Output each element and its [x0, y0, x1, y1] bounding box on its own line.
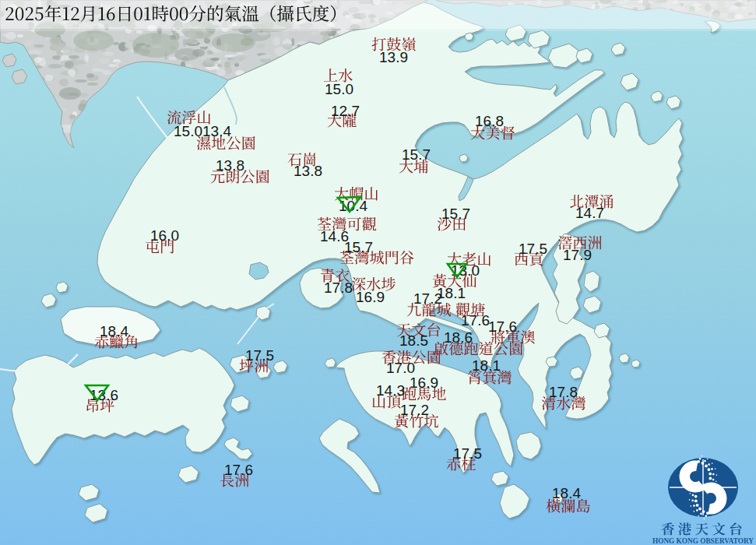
svg-text:17.6: 17.6: [488, 318, 517, 335]
svg-text:17.6: 17.6: [461, 312, 490, 329]
svg-text:16.8: 16.8: [475, 113, 504, 129]
svg-text:15.7: 15.7: [441, 206, 470, 222]
svg-text:17.2: 17.2: [413, 290, 442, 307]
svg-text:12.7: 12.7: [331, 103, 360, 119]
svg-text:13.8: 13.8: [294, 163, 322, 179]
svg-text:17.0: 17.0: [386, 360, 415, 376]
svg-text:17.2: 17.2: [400, 402, 429, 418]
svg-text:17.5: 17.5: [245, 347, 274, 364]
svg-text:15.7: 15.7: [402, 146, 431, 163]
svg-text:15.7: 15.7: [344, 239, 373, 255]
svg-text:17.9: 17.9: [563, 247, 592, 263]
svg-text:HONG KONG OBSERVATORY: HONG KONG OBSERVATORY: [652, 536, 754, 545]
svg-text:15.0: 15.0: [325, 81, 353, 97]
svg-text:18.1: 18.1: [472, 357, 501, 374]
svg-text:18.4: 18.4: [100, 323, 128, 339]
svg-text:17.8: 17.8: [549, 384, 578, 400]
svg-text:17.5: 17.5: [519, 241, 547, 257]
svg-text:15.0: 15.0: [174, 123, 202, 139]
svg-text:13.4: 13.4: [202, 123, 231, 139]
svg-text:16.9: 16.9: [356, 289, 385, 305]
svg-text:16.0: 16.0: [150, 227, 179, 244]
svg-text:17.8: 17.8: [324, 280, 353, 296]
svg-text:14.3: 14.3: [376, 382, 405, 399]
svg-text:16.9: 16.9: [410, 374, 438, 391]
svg-text:17.6: 17.6: [224, 462, 253, 478]
svg-text:17.5: 17.5: [453, 445, 482, 462]
svg-text:18.6: 18.6: [444, 329, 473, 346]
svg-text:18.5: 18.5: [399, 332, 428, 349]
svg-text:18.4: 18.4: [552, 485, 581, 501]
svg-text:13.8: 13.8: [216, 157, 244, 174]
svg-text:13.9: 13.9: [379, 49, 408, 65]
svg-text:14.7: 14.7: [575, 205, 604, 221]
